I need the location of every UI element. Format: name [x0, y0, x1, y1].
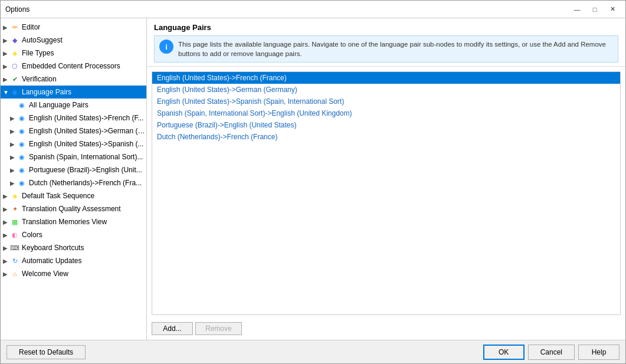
footer: Reset to Defaults OK Cancel Help — [1, 340, 625, 363]
tree-icon-lp-en-de: ◉ — [17, 126, 27, 136]
sidebar-item-lp-en-de[interactable]: ▶◉English (United States)->German (G... — [1, 124, 146, 137]
tree-icon-all-language-pairs: ◉ — [17, 100, 27, 110]
info-box: i This page lists the available language… — [154, 35, 618, 63]
window-title: Options — [5, 5, 569, 14]
sidebar-item-colors[interactable]: ▶◐Colors — [1, 228, 146, 241]
tree-label-keyboard: Keyboard Shortcuts — [22, 244, 84, 252]
tree-arrow-default-task: ▶ — [3, 193, 10, 199]
help-button[interactable]: Help — [578, 345, 620, 360]
sidebar-item-autosuggest[interactable]: ▶◆AutoSuggest — [1, 34, 146, 47]
sidebar-item-embedded[interactable]: ▶⬡Embedded Content Processors — [1, 60, 146, 73]
reset-defaults-button[interactable]: Reset to Defaults — [6, 345, 86, 359]
tree-arrow-filetypes: ▶ — [3, 50, 10, 57]
tree-icon-tqa: ✦ — [10, 204, 19, 214]
tree-arrow-lp-pt-en: ▶ — [10, 167, 17, 173]
list-item-lp4[interactable]: Spanish (Spain, International Sort)->Eng… — [152, 107, 620, 119]
tree-icon-autosuggest: ◆ — [10, 35, 19, 45]
sidebar: ▶✏Editor▶◆AutoSuggest▶◈File Types▶⬡Embed… — [1, 18, 147, 340]
sidebar-item-lp-en-es[interactable]: ▶◉English (United States)->Spanish (... — [1, 137, 146, 150]
tree-label-editor: Editor — [22, 23, 40, 31]
tree-label-tm-view: Translation Memories View — [22, 218, 107, 226]
list-item-lp2[interactable]: English (United States)->German (Germany… — [152, 84, 620, 96]
tree-label-autosuggest: AutoSuggest — [22, 36, 63, 44]
tree-label-filetypes: File Types — [22, 49, 54, 57]
tree-icon-lp-pt-en: ◉ — [17, 165, 27, 175]
sidebar-item-verification[interactable]: ▶✔Verification — [1, 73, 146, 86]
tree-arrow-colors: ▶ — [3, 232, 10, 238]
tree-icon-default-task: ◈ — [10, 191, 19, 201]
tree-label-all-language-pairs: All Language Pairs — [29, 101, 89, 109]
tree-label-lp-pt-en: Portuguese (Brazil)->English (Unit... — [29, 166, 142, 174]
minimize-button[interactable]: — — [569, 4, 585, 15]
tree-icon-embedded: ⬡ — [10, 61, 19, 71]
sidebar-item-keyboard[interactable]: ▶⌨Keyboard Shortcuts — [1, 241, 146, 254]
tree-icon-lp-es-en: ◉ — [17, 152, 27, 162]
sidebar-item-default-task[interactable]: ▶◈Default Task Sequence — [1, 189, 146, 202]
tree-arrow-editor: ▶ — [3, 24, 10, 31]
tree-arrow-welcome: ▶ — [3, 271, 10, 277]
tree-label-verification: Verification — [22, 75, 57, 83]
tree-icon-lp-nl-fr: ◉ — [17, 178, 27, 188]
tree-icon-updates: ↻ — [10, 256, 19, 265]
ok-button[interactable]: OK — [483, 345, 525, 360]
panel-title: Language Pairs — [154, 23, 618, 32]
sidebar-item-lp-nl-fr[interactable]: ▶◉Dutch (Netherlands)->French (Fra... — [1, 176, 146, 189]
list-item-lp6[interactable]: Dutch (Netherlands)->French (France) — [152, 131, 620, 143]
sidebar-item-tm-view[interactable]: ▶▦Translation Memories View — [1, 215, 146, 228]
tree-icon-welcome: ⌂ — [10, 269, 19, 278]
tree-arrow-lp-en-de: ▶ — [10, 128, 17, 135]
tree-icon-filetypes: ◈ — [10, 48, 19, 58]
tree-label-lp-es-en: Spanish (Spain, International Sort)... — [29, 153, 143, 161]
tree-icon-lp-en-es: ◉ — [17, 139, 27, 149]
language-pairs-list: English (United States)->French (France)… — [152, 71, 621, 315]
content-area: ▶✏Editor▶◆AutoSuggest▶◈File Types▶⬡Embed… — [1, 18, 625, 340]
tree-icon-verification: ✔ — [10, 74, 19, 84]
sidebar-item-lp-es-en[interactable]: ▶◉Spanish (Spain, International Sort)... — [1, 150, 146, 163]
sidebar-item-filetypes[interactable]: ▶◈File Types — [1, 47, 146, 60]
tree-icon-language-pairs: ◉ — [10, 87, 19, 97]
maximize-button[interactable]: □ — [586, 4, 603, 15]
panel-action-buttons: Add... Remove — [147, 320, 625, 340]
tree-label-tqa: Translation Quality Assessment — [22, 205, 121, 213]
tree-arrow-lp-en-fr: ▶ — [10, 115, 17, 122]
window-controls: — □ ✕ — [569, 4, 621, 15]
list-item-lp3[interactable]: English (United States)->Spanish (Spain,… — [152, 96, 620, 107]
footer-left: Reset to Defaults — [6, 345, 86, 359]
list-item-lp1[interactable]: English (United States)->French (France) — [152, 72, 620, 84]
sidebar-item-lp-en-fr[interactable]: ▶◉English (United States)->French (F... — [1, 112, 146, 124]
tree-arrow-embedded: ▶ — [3, 63, 10, 70]
tree-icon-tm-view: ▦ — [10, 217, 19, 227]
remove-button[interactable]: Remove — [195, 322, 242, 335]
tree-label-lp-nl-fr: Dutch (Netherlands)->French (Fra... — [29, 179, 142, 187]
tree-arrow-lp-nl-fr: ▶ — [10, 180, 17, 186]
tree-label-lp-en-fr: English (United States)->French (F... — [29, 114, 143, 122]
sidebar-item-updates[interactable]: ▶↻Automatic Updates — [1, 254, 146, 267]
list-item-lp5[interactable]: Portuguese (Brazil)->English (United Sta… — [152, 119, 620, 131]
tree-arrow-tm-view: ▶ — [3, 219, 10, 225]
sidebar-item-tqa[interactable]: ▶✦Translation Quality Assessment — [1, 202, 146, 215]
options-window: Options — □ ✕ ▶✏Editor▶◆AutoSuggest▶◈Fil… — [0, 0, 626, 364]
cancel-button[interactable]: Cancel — [528, 345, 575, 360]
sidebar-item-welcome[interactable]: ▶⌂Welcome View — [1, 267, 146, 280]
tree-label-default-task: Default Task Sequence — [22, 192, 94, 200]
tree-label-updates: Automatic Updates — [22, 257, 81, 265]
sidebar-item-language-pairs[interactable]: ▼◉Language Pairs — [1, 86, 146, 99]
tree-arrow-updates: ▶ — [3, 258, 10, 264]
sidebar-item-all-language-pairs[interactable]: ◉All Language Pairs — [1, 99, 146, 112]
info-icon: i — [159, 40, 173, 54]
footer-right: OK Cancel Help — [483, 345, 620, 360]
tree-label-lp-en-es: English (United States)->Spanish (... — [29, 140, 143, 148]
sidebar-item-lp-pt-en[interactable]: ▶◉Portuguese (Brazil)->English (Unit... — [1, 163, 146, 176]
tree-icon-editor: ✏ — [10, 22, 19, 32]
tree-arrow-language-pairs: ▼ — [3, 89, 10, 96]
tree-arrow-tqa: ▶ — [3, 206, 10, 212]
tree-label-language-pairs: Language Pairs — [22, 88, 71, 96]
close-button[interactable]: ✕ — [604, 4, 621, 15]
title-bar: Options — □ ✕ — [1, 1, 625, 18]
add-button[interactable]: Add... — [152, 322, 193, 335]
tree-label-embedded: Embedded Content Processors — [22, 62, 120, 70]
panel-header: Language Pairs i This page lists the ava… — [147, 18, 625, 67]
tree-arrow-autosuggest: ▶ — [3, 37, 10, 44]
tree-icon-keyboard: ⌨ — [10, 243, 19, 252]
sidebar-item-editor[interactable]: ▶✏Editor — [1, 21, 146, 34]
